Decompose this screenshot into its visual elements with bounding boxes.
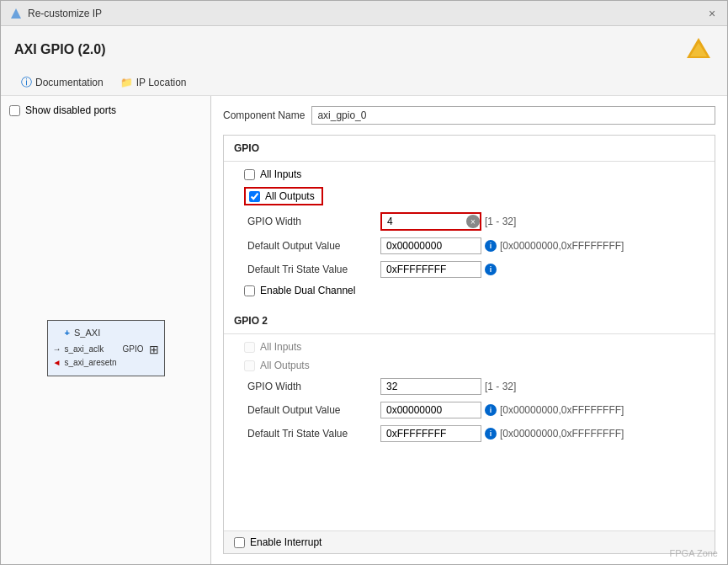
tab-documentation[interactable]: ⓘ Documentation	[14, 72, 110, 95]
gpio2-default-tri-label: Default Tri State Value	[247, 428, 374, 440]
component-name-label: Component Name	[223, 109, 305, 121]
gpio-width-input[interactable]	[382, 214, 466, 229]
svg-marker-0	[11, 8, 21, 19]
folder-icon: 📁	[120, 77, 133, 88]
gpio-width-clear-icon[interactable]: ×	[466, 215, 480, 228]
app-icon	[9, 7, 23, 20]
enable-dual-channel-row: Enable Dual Channel	[224, 281, 715, 300]
app-title: AXI GPIO (2.0)	[14, 42, 105, 57]
all-outputs-checkbox[interactable]	[249, 191, 260, 202]
gpio2-default-output-wrapper: i [0x00000000,0xFFFFFFFF]	[380, 402, 624, 418]
default-tri-state-value-row: Default Tri State Value i	[224, 258, 715, 281]
gpio2-width-range: [1 - 32]	[485, 381, 516, 392]
show-disabled-ports-row: Show disabled ports	[9, 104, 202, 116]
enable-dual-channel-checkbox[interactable]	[244, 285, 255, 296]
enable-dual-channel-label: Enable Dual Channel	[260, 285, 355, 296]
gpio-port-label: GPIO	[122, 344, 143, 354]
app-title-row: AXI GPIO (2.0)	[14, 35, 714, 65]
gpio2-all-inputs-row: All Inputs	[224, 338, 715, 356]
gpio-width-range: [1 - 32]	[485, 216, 516, 227]
window-title: Re-customize IP	[28, 8, 102, 19]
port-row-aresetn: ◄ s_axi_aresetn	[53, 358, 159, 367]
bottom-bar: Enable Interrupt	[224, 530, 715, 553]
gpio2-width-input[interactable]	[380, 378, 481, 395]
config-scroll[interactable]: GPIO All Inputs All Outputs	[224, 136, 715, 530]
default-output-info-icon[interactable]: i	[485, 240, 497, 252]
gpio2-width-wrapper: [1 - 32]	[380, 378, 516, 395]
gpio-width-highlight-box: ×	[380, 212, 481, 231]
port-row-aclk: → s_axi_aclk GPIO ⊞	[53, 343, 159, 356]
gpio-section-header: GPIO	[224, 136, 715, 157]
tab-ip-location[interactable]: 📁 IP Location	[114, 73, 194, 93]
component-diagram: + S_AXI → s_axi_aclk GPIO ⊞ ◄ s_axi_ares…	[9, 140, 202, 556]
all-outputs-label: All Outputs	[265, 190, 315, 202]
port-s-axi-aresetn-label: s_axi_aresetn	[64, 358, 158, 367]
enable-interrupt-row: Enable Interrupt	[234, 536, 321, 548]
gpio-divider	[224, 161, 715, 162]
gpio2-default-tri-row: Default Tri State Value i [0x00000000,0x…	[224, 422, 715, 445]
nav-tabs: ⓘ Documentation 📁 IP Location	[14, 72, 714, 95]
default-output-value-range: [0x00000000,0xFFFFFFFF]	[500, 240, 624, 252]
all-outputs-highlight-box: All Outputs	[244, 187, 323, 205]
gpio2-default-output-label: Default Output Value	[247, 404, 374, 416]
all-inputs-label: All Inputs	[260, 168, 301, 180]
block-title: + S_AXI	[53, 328, 159, 338]
spacer	[224, 300, 715, 308]
enable-interrupt-checkbox[interactable]	[234, 537, 245, 548]
left-panel: Show disabled ports + S_AXI → s_axi_aclk…	[1, 96, 211, 564]
right-panel: Component Name GPIO All Inputs	[211, 96, 727, 564]
default-output-value-wrapper: i [0x00000000,0xFFFFFFFF]	[380, 237, 624, 254]
default-tri-state-label: Default Tri State Value	[247, 264, 374, 275]
port-arrow-in-icon: →	[53, 344, 61, 354]
close-button[interactable]: ×	[705, 7, 719, 20]
gpio2-width-row: GPIO Width [1 - 32]	[224, 375, 715, 398]
default-tri-state-info-icon[interactable]: i	[485, 264, 497, 275]
all-inputs-row: All Inputs	[224, 165, 715, 184]
expand-icon[interactable]: +	[65, 328, 70, 338]
all-outputs-row: All Outputs	[224, 184, 715, 209]
gpio2-all-inputs-label: All Inputs	[260, 341, 301, 353]
gpio2-default-tri-input[interactable]	[380, 425, 481, 442]
show-disabled-ports-checkbox[interactable]	[9, 105, 20, 116]
gpio-out-icon: ⊞	[149, 343, 159, 356]
tab-documentation-label: Documentation	[35, 77, 104, 88]
gpio2-default-output-row: Default Output Value i [0x00000000,0xFFF…	[224, 398, 715, 422]
header-area: AXI GPIO (2.0) ⓘ Documentation 📁 IP Loca…	[1, 26, 727, 96]
default-tri-state-wrapper: i	[380, 261, 500, 278]
main-window: Re-customize IP × AXI GPIO (2.0) ⓘ Docum…	[0, 0, 728, 565]
tab-ip-location-label: IP Location	[136, 77, 187, 88]
component-name-row: Component Name	[223, 106, 715, 125]
gpio2-default-output-info-icon[interactable]: i	[485, 404, 497, 416]
port-arrow-in-icon2: ◄	[53, 358, 61, 367]
info-circle-icon: ⓘ	[21, 75, 32, 90]
gpio2-all-outputs-label: All Outputs	[260, 360, 310, 371]
gpio-width-input-wrapper: × [1 - 32]	[380, 212, 516, 231]
gpio2-default-output-input[interactable]	[380, 402, 481, 418]
port-s-axi-aclk-label: s_axi_aclk	[65, 344, 118, 354]
gpio-width-row: GPIO Width × [1 - 32]	[224, 209, 715, 234]
gpio2-default-tri-wrapper: i [0x00000000,0xFFFFFFFF]	[380, 425, 624, 442]
enable-interrupt-label: Enable Interrupt	[250, 536, 321, 548]
show-disabled-ports-label: Show disabled ports	[25, 104, 116, 116]
gpio2-section-header: GPIO 2	[224, 308, 715, 330]
default-tri-state-input[interactable]	[380, 261, 481, 278]
gpio2-divider	[224, 333, 715, 334]
content-area: Show disabled ports + S_AXI → s_axi_aclk…	[1, 96, 727, 564]
gpio2-default-tri-range: [0x00000000,0xFFFFFFFF]	[500, 428, 624, 440]
block-box: + S_AXI → s_axi_aclk GPIO ⊞ ◄ s_axi_ares…	[47, 320, 165, 376]
gpio2-width-label: GPIO Width	[247, 381, 374, 392]
default-output-value-row: Default Output Value i [0x00000000,0xFFF…	[224, 234, 715, 258]
config-section: GPIO All Inputs All Outputs	[223, 135, 715, 554]
gpio-width-label: GPIO Width	[247, 216, 374, 227]
title-bar: Re-customize IP ×	[1, 1, 727, 26]
vivado-logo	[683, 35, 714, 65]
all-inputs-checkbox[interactable]	[244, 169, 255, 180]
default-output-value-input[interactable]	[380, 237, 481, 254]
gpio2-all-inputs-checkbox[interactable]	[244, 342, 255, 353]
gpio2-all-outputs-checkbox[interactable]	[244, 360, 255, 371]
gpio2-all-outputs-row: All Outputs	[224, 356, 715, 375]
title-bar-left: Re-customize IP	[9, 7, 102, 20]
component-name-input[interactable]	[311, 106, 715, 125]
gpio2-default-tri-info-icon[interactable]: i	[485, 428, 497, 440]
gpio2-default-output-range: [0x00000000,0xFFFFFFFF]	[500, 404, 624, 416]
